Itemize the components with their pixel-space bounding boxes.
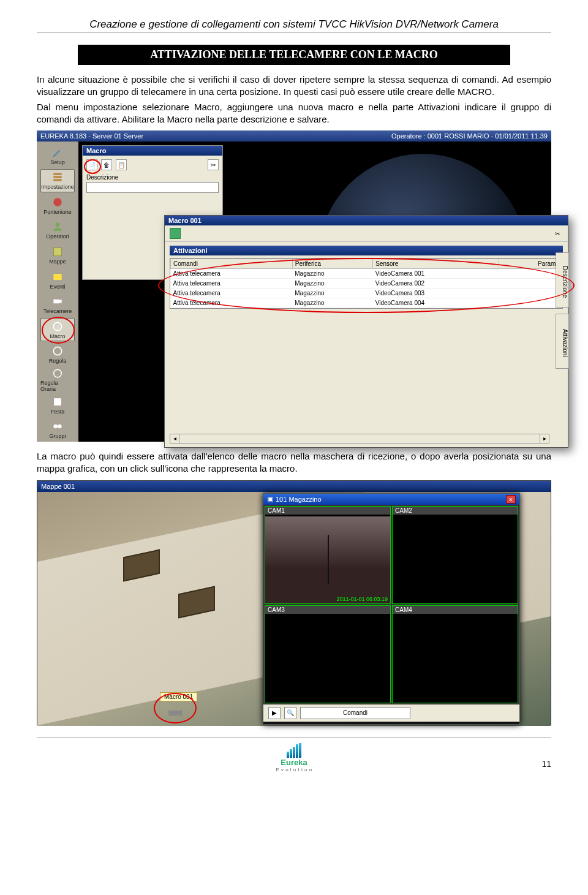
cam1-timestamp: 2011-01-01 06:03:19 (336, 596, 388, 602)
side-pontenione[interactable]: Pontenione (40, 194, 75, 217)
side-setup[interactable]: Setup (40, 144, 75, 168)
sidebar: Setup Impostazione Pontenione Operatori … (37, 142, 78, 442)
cam3-label: CAM3 (265, 606, 390, 614)
cam2-label: CAM2 (393, 507, 518, 515)
svg-point-9 (58, 425, 62, 429)
col-param[interactable]: Parame (499, 259, 562, 269)
table-row[interactable]: Attiva telecameraMagazzinoVideoCamera 00… (171, 269, 562, 279)
side-operatori[interactable]: Operatori (40, 219, 75, 243)
logo-text: Eureka (273, 758, 315, 767)
svg-point-8 (53, 425, 58, 429)
macro-camera-icon[interactable] (166, 705, 184, 721)
table-row[interactable]: Attiva telecameraMagazzinoVideoCamera 00… (171, 279, 562, 289)
scissors-icon[interactable]: ✂ (208, 159, 219, 170)
mappe-title: Mappe 001 (41, 483, 75, 490)
side-festa[interactable]: Festa (40, 393, 75, 417)
cam3[interactable]: CAM3 (265, 605, 391, 703)
side-eventi[interactable]: Eventi (40, 268, 75, 292)
tab-descrizione[interactable]: Descrizione (556, 252, 569, 308)
mappe-titlebar: Mappe 001 (37, 481, 551, 492)
close-icon[interactable]: ✕ (506, 495, 516, 504)
cam4[interactable]: CAM4 (392, 605, 518, 703)
svg-rect-7 (54, 398, 61, 406)
side-regola-oraria[interactable]: Regola Oraria (40, 368, 75, 392)
scissors-icon[interactable]: ✂ (552, 228, 563, 239)
camera-grid: CAM1 2011-01-01 06:03:19 CAM2 CAM3 CAM4 (263, 505, 519, 704)
side-mappe[interactable]: Mappe (40, 243, 75, 267)
desc-input[interactable] (86, 182, 219, 193)
cam4-label: CAM4 (393, 606, 518, 614)
cam1-feed (265, 516, 390, 603)
side-macro[interactable]: Macro (40, 318, 75, 342)
table-row[interactable]: Attiva telecameraMagazzinoVideoCamera 00… (171, 289, 562, 298)
cam2[interactable]: CAM2 (392, 506, 518, 604)
titlebar-right: Operatore : 0001 ROSSI MARIO - 01/01/201… (391, 132, 548, 140)
section-banner: ATTIVAZIONE DELLE TELECAMERE CON LE MACR… (78, 45, 510, 65)
col-periferica[interactable]: Periferica (292, 259, 372, 269)
activation-grid[interactable]: Comandi Periferica Sensore Parame Attiva… (170, 258, 563, 309)
scroll-right-icon[interactable]: ▸ (540, 434, 549, 444)
new-macro-icon[interactable]: 📄 (86, 159, 97, 170)
side-impostazione[interactable]: Impostazione (40, 169, 75, 193)
scroll-left-icon[interactable]: ◂ (170, 434, 179, 444)
col-sensore[interactable]: Sensore (373, 259, 499, 269)
side-regola[interactable]: Regola (40, 342, 75, 366)
table-row[interactable]: Attiva telecameraMagazzinoVideoCamera 00… (171, 298, 562, 308)
macro-toolbar: 📄 🗑 📋 ✂ (83, 156, 222, 174)
doc-header: Creazione e gestione di collegamenti con… (37, 18, 551, 32)
app-titlebar: EUREKA 8.183 - Server 01 Server Operator… (37, 130, 551, 142)
side-telecamere[interactable]: Telecamere (40, 293, 75, 317)
cam1[interactable]: CAM1 2011-01-01 06:03:19 (265, 506, 391, 604)
page-number: 11 (541, 759, 551, 769)
svg-point-0 (53, 198, 61, 206)
side-gruppi[interactable]: Gruppi (40, 418, 75, 442)
cam-window-title: ▣ 101 Magazzino ✕ (263, 494, 519, 505)
titlebar-left: EUREKA 8.183 - Server 01 Server (40, 132, 143, 140)
macro001-window: Macro 001 ✂ Attivazioni Comandi Periferi… (164, 215, 568, 448)
macro001-title: Macro 001 (165, 216, 568, 225)
camera-popup-window: ▣ 101 Magazzino ✕ CAM1 2011-01-01 06:03:… (263, 493, 520, 725)
macro001-toolbar: ✂ (165, 225, 568, 242)
copy-macro-icon[interactable]: 📋 (116, 159, 127, 170)
hscrollbar[interactable]: ◂ ▸ (170, 434, 549, 444)
attivazioni-header: Attivazioni (170, 246, 563, 255)
svg-point-5 (53, 347, 61, 355)
macro-tooltip: Macro 001 (160, 692, 197, 701)
eureka-logo: Eureka E v o l u t i o n (273, 743, 315, 769)
col-comandi[interactable]: Comandi (171, 259, 293, 269)
logo-subtext: E v o l u t i o n (273, 767, 315, 772)
svg-point-6 (54, 369, 62, 377)
comandi-button[interactable]: Comandi (300, 707, 410, 719)
svg-rect-2 (53, 247, 61, 255)
camera-toolbar: ▶ 🔍 Comandi (263, 704, 519, 722)
play-icon[interactable]: ▶ (268, 707, 281, 719)
delete-macro-icon[interactable]: 🗑 (101, 159, 112, 170)
screenshot-2: Mappe 001 Macro 001 ▣ 101 Magazzino ✕ (37, 480, 551, 725)
save-icon[interactable] (170, 228, 181, 239)
footer: Eureka E v o l u t i o n 11 (37, 738, 551, 774)
tab-attivazioni[interactable]: Attivazioni (556, 314, 569, 369)
paragraph-1: In alcune situazione è possibile che si … (37, 74, 551, 99)
zoom-icon[interactable]: 🔍 (284, 707, 296, 719)
svg-rect-3 (53, 274, 61, 280)
svg-point-1 (56, 223, 60, 227)
screenshot-1: EUREKA 8.183 - Server 01 Server Operator… (37, 130, 551, 442)
paragraph-2: Dal menu impostazione selezionare Macro,… (37, 101, 551, 126)
macro-panel-title: Macro (83, 146, 222, 156)
desc-label: Descrizione (86, 174, 219, 181)
cam1-label: CAM1 (265, 507, 390, 515)
main-canvas: Macro 📄 🗑 📋 ✂ Descrizione Macr (78, 142, 551, 442)
paragraph-3: La macro può quindi essere attivata dall… (37, 450, 551, 475)
